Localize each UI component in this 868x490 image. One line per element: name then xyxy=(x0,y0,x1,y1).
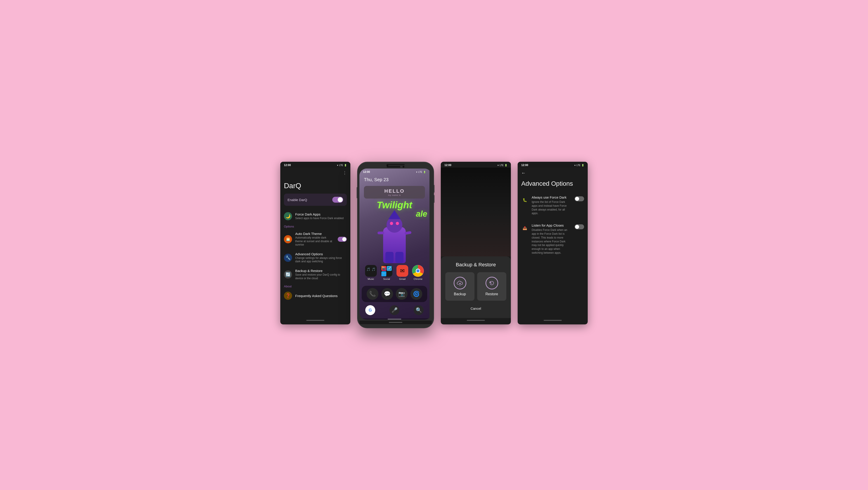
advanced-icon: 🔧 xyxy=(284,254,292,262)
advanced-option-app-closes: 📤 Listen for App Closes Disables Force D… xyxy=(518,221,588,258)
music-label: Music xyxy=(368,277,374,280)
status-icons-3: ▾ LTE 🔋 xyxy=(498,164,507,166)
chrome-ring xyxy=(412,265,424,277)
menu-item-auto-dark[interactable]: 🌅 Auto Dark Theme Automatically enable d… xyxy=(280,229,350,250)
enable-darq-toggle[interactable] xyxy=(332,197,343,203)
signal-3: LTE xyxy=(500,164,504,166)
force-dark-adv-title: Always use Force Dark xyxy=(532,195,569,199)
restore-icon xyxy=(488,280,495,287)
screen-darq-main: 12:00 ▾ LTE 🔋 ⋮ DarQ Enable DarQ xyxy=(280,162,350,324)
enable-darq-row[interactable]: Enable DarQ xyxy=(284,194,347,206)
volume-up-btn[interactable] xyxy=(433,185,434,193)
battery-2: 🔋 xyxy=(423,171,426,173)
screen-backup: 12:00 ▾ LTE 🔋 Backup & Restore xyxy=(441,162,511,324)
home-bottom-bar xyxy=(360,318,430,320)
physical-phone: 12:00 ▾ LTE 🔋 Thu, Sep 23 HELLO my name … xyxy=(357,162,434,328)
advanced-text: Advanced Options Change settings for alw… xyxy=(295,252,347,263)
toggle-thumb xyxy=(338,197,343,202)
voice-search-btn[interactable]: 🎤 xyxy=(390,305,399,315)
backup-button[interactable]: Backup xyxy=(445,272,474,301)
darq-header: ⋮ xyxy=(280,168,350,177)
hello-badge: HELLO my name is xyxy=(364,186,425,199)
app-music[interactable]: 🎵 🎵 Music xyxy=(365,265,377,280)
dock-games[interactable]: 🌀 xyxy=(410,288,422,300)
dock-messages[interactable]: 💬 xyxy=(381,288,393,300)
app-gmail[interactable]: ✉ Gmail xyxy=(397,265,408,280)
music-icon-1: 🎵 xyxy=(366,267,371,271)
backup-dark-top xyxy=(441,168,511,256)
menu-item-faq[interactable]: ❓ Frequently Asked Questions xyxy=(280,289,350,302)
cancel-button[interactable]: Cancel xyxy=(445,304,506,313)
social-label: Social xyxy=(383,277,390,280)
advanced-screen: 12:00 ▾ LTE 🔋 ← Advanced Options 🐛 Alway… xyxy=(518,162,588,324)
force-dark-subtitle: Select apps to have Force Dark enabled xyxy=(295,217,347,220)
backup-icon: 🔄 xyxy=(284,270,292,279)
lens-btn[interactable]: 🔍 xyxy=(414,305,424,315)
status-bar-3: 12:00 ▾ LTE 🔋 xyxy=(441,162,511,168)
faq-title: Frequently Asked Questions xyxy=(295,294,347,298)
instagram-icon: 📷 xyxy=(381,266,386,271)
gmail-icon: ✉ xyxy=(397,265,408,277)
auto-dark-toggle[interactable] xyxy=(338,237,347,242)
app-closes-subtitle: Disables Force Dark when an app in the F… xyxy=(532,228,569,255)
battery-1: 🔋 xyxy=(344,164,347,166)
app-row-1: 🎵 🎵 Music 📷 ✈️ � xyxy=(363,265,426,280)
cancel-label: Cancel xyxy=(471,306,481,311)
home-nav-pill xyxy=(388,319,401,320)
app-closes-text: Listen for App Closes Disables Force Dar… xyxy=(532,223,569,255)
auto-dark-icon: 🌅 xyxy=(284,235,292,243)
dock-area: 📞 💬 📷 🌀 xyxy=(362,286,427,302)
restore-btn-icon xyxy=(486,277,498,289)
volume-down-btn[interactable] xyxy=(433,195,434,203)
force-dark-icon: 🌙 xyxy=(284,212,292,220)
backup-screen: 12:00 ▾ LTE 🔋 Backup & Restore xyxy=(441,162,511,324)
advanced-screen-title: Advanced Options xyxy=(518,176,588,193)
backup-text: Backup & Restore Save and restore your D… xyxy=(295,269,347,280)
app-chrome[interactable]: Chrome xyxy=(412,265,424,280)
twilight-text: Twilight xyxy=(360,200,430,210)
physical-bottom-nav xyxy=(360,321,432,324)
menu-item-backup[interactable]: 🔄 Backup & Restore Save and restore your… xyxy=(280,266,350,283)
wifi-icon-1: ▾ xyxy=(337,164,338,166)
home-date: Thu, Sep 23 xyxy=(360,174,430,184)
status-bar-1: 12:00 ▾ LTE 🔋 xyxy=(280,162,350,168)
time-3: 12:00 xyxy=(444,164,452,167)
darq-screen: 12:00 ▾ LTE 🔋 ⋮ DarQ Enable DarQ xyxy=(280,162,350,324)
google-btn[interactable]: G xyxy=(365,305,375,315)
bottom-nav-bar-3 xyxy=(467,320,485,321)
cloud-upload-icon xyxy=(456,280,464,286)
auto-dark-subtitle: Automatically enable dark theme at sunse… xyxy=(295,236,333,247)
hello-sub: my name is xyxy=(368,194,421,196)
character-area xyxy=(360,218,430,263)
status-icons-4: ▾ LTE 🔋 xyxy=(575,164,584,166)
app-closes-toggle[interactable] xyxy=(575,224,584,229)
app-closes-title: Listen for App Closes xyxy=(532,223,569,227)
app-social[interactable]: 📷 ✈️ 🐦 Social xyxy=(381,265,393,280)
screens-container: 12:00 ▾ LTE 🔋 ⋮ DarQ Enable DarQ xyxy=(280,162,588,328)
power-btn[interactable] xyxy=(357,187,358,198)
auto-dark-text: Auto Dark Theme Automatically enable dar… xyxy=(295,232,333,247)
overflow-menu-button[interactable]: ⋮ xyxy=(343,170,347,175)
bottom-nav-bar-1 xyxy=(306,320,324,321)
time-1: 12:00 xyxy=(284,164,291,167)
enable-darq-label: Enable DarQ xyxy=(287,198,307,202)
force-dark-adv-toggle[interactable] xyxy=(575,196,584,201)
screen-wrapper: 12:00 ▾ LTE 🔋 Thu, Sep 23 HELLO my name … xyxy=(360,168,432,320)
dock-camera[interactable]: 📷 xyxy=(396,288,408,300)
gmail-label: Gmail xyxy=(399,277,405,280)
physical-nav-pill xyxy=(389,322,402,323)
back-button[interactable]: ← xyxy=(518,168,588,176)
menu-item-advanced[interactable]: 🔧 Advanced Options Change settings for a… xyxy=(280,250,350,266)
screen-advanced: 12:00 ▾ LTE 🔋 ← Advanced Options 🐛 Alway… xyxy=(518,162,588,324)
search-bar: G 🎤 🔍 xyxy=(362,304,427,317)
backup-subtitle: Save and restore your DarQ config to dev… xyxy=(295,273,347,280)
status-icons-2: ▾ LTE 🔋 xyxy=(416,171,426,173)
wifi-icon-2: ▾ xyxy=(416,171,417,173)
restore-button[interactable]: Restore xyxy=(477,272,506,301)
menu-item-force-dark[interactable]: 🌙 Force Dark Apps Select apps to have Fo… xyxy=(280,209,350,223)
status-bar-4: 12:00 ▾ LTE 🔋 xyxy=(518,162,588,168)
time-4: 12:00 xyxy=(521,164,528,167)
music-icon-2: 🎵 xyxy=(371,267,376,271)
chrome-center xyxy=(416,269,420,273)
dock-phone[interactable]: 📞 xyxy=(367,288,378,300)
